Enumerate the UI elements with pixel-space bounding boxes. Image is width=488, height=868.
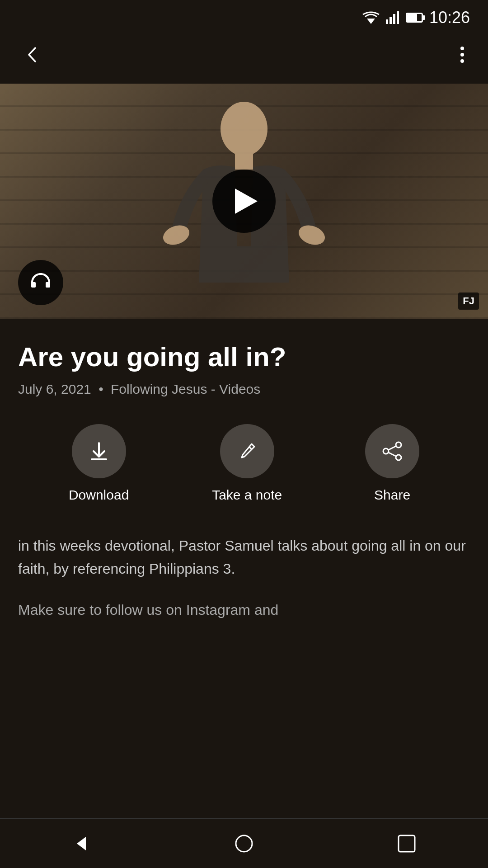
share-action[interactable]: Share <box>365 424 419 503</box>
download-action[interactable]: Download <box>69 424 129 503</box>
nav-recents-icon <box>397 834 417 854</box>
svg-rect-9 <box>235 151 253 170</box>
svg-line-17 <box>389 446 396 450</box>
status-bar: 10:26 <box>0 0 488 32</box>
status-time: 10:26 <box>429 8 470 27</box>
note-action[interactable]: Take a note <box>212 424 282 503</box>
video-description: in this weeks devotional, Pastor Samuel … <box>18 534 470 580</box>
nav-back-button[interactable] <box>63 826 99 862</box>
svg-line-13 <box>249 447 252 449</box>
svg-rect-4 <box>397 11 399 24</box>
back-button[interactable] <box>18 41 46 70</box>
audio-button[interactable] <box>18 260 63 305</box>
fj-badge: FJ <box>458 292 479 310</box>
svg-marker-0 <box>367 19 375 24</box>
top-nav <box>0 32 488 84</box>
share-label: Share <box>374 487 410 503</box>
download-icon <box>87 439 111 463</box>
nav-home-button[interactable] <box>226 826 262 862</box>
signal-icon <box>386 11 399 24</box>
more-dots-icon <box>459 45 465 64</box>
bottom-nav <box>0 818 488 868</box>
battery-icon <box>406 13 423 23</box>
back-arrow-icon <box>23 45 42 64</box>
video-description-partial: Make sure to follow us on Instagram and <box>18 599 470 622</box>
note-button[interactable] <box>220 424 274 478</box>
nav-recents-button[interactable] <box>389 826 425 862</box>
svg-point-20 <box>236 835 252 852</box>
svg-point-10 <box>160 222 192 248</box>
svg-point-7 <box>460 59 464 63</box>
nav-back-icon <box>70 832 93 855</box>
status-icons: 10:26 <box>362 8 470 27</box>
svg-point-6 <box>460 53 464 57</box>
more-options-button[interactable] <box>455 41 470 70</box>
action-buttons: Download Take a note <box>18 424 470 503</box>
share-button[interactable] <box>365 424 419 478</box>
headphone-icon <box>28 270 53 295</box>
share-icon <box>380 439 404 463</box>
svg-rect-1 <box>386 19 388 24</box>
svg-point-14 <box>396 442 401 448</box>
content-area: Are you going all in? July 6, 2021 • Fol… <box>0 319 488 636</box>
note-icon <box>235 439 259 463</box>
svg-point-15 <box>396 455 401 460</box>
svg-point-8 <box>221 102 267 156</box>
svg-rect-21 <box>399 835 415 852</box>
svg-point-16 <box>383 448 389 454</box>
play-icon <box>235 189 258 214</box>
svg-point-5 <box>460 47 464 50</box>
play-button[interactable] <box>212 170 276 233</box>
nav-home-icon <box>233 832 255 855</box>
svg-marker-19 <box>77 837 86 850</box>
note-label: Take a note <box>212 487 282 503</box>
video-title: Are you going all in? <box>18 341 470 373</box>
download-label: Download <box>69 487 129 503</box>
svg-point-11 <box>296 222 328 248</box>
svg-rect-2 <box>389 17 392 24</box>
wifi-icon <box>362 11 380 24</box>
video-meta: July 6, 2021 • Following Jesus - Videos <box>18 382 470 397</box>
svg-rect-3 <box>393 14 395 24</box>
download-button[interactable] <box>72 424 126 478</box>
video-date: July 6, 2021 <box>18 382 91 396</box>
svg-line-18 <box>389 453 396 456</box>
meta-separator: • <box>99 382 103 396</box>
video-thumbnail: FJ <box>0 84 488 319</box>
video-category: Following Jesus - Videos <box>111 382 260 396</box>
